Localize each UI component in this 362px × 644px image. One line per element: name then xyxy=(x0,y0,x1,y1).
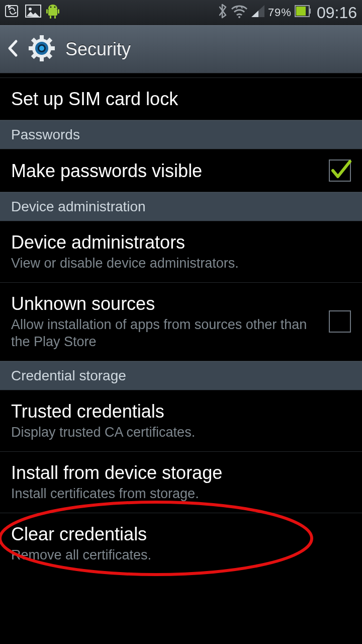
svg-rect-0 xyxy=(6,6,18,17)
status-bar: 79% 09:16 xyxy=(0,0,362,25)
item-subtitle: Allow installation of apps from sources … xyxy=(11,316,319,351)
svg-point-4 xyxy=(50,6,52,8)
item-title: Trusted credentials xyxy=(11,400,195,422)
section-header-credential-storage: Credential storage xyxy=(0,361,362,390)
item-title: Make passwords visible xyxy=(11,160,202,182)
svg-point-10 xyxy=(238,16,240,18)
gallery-icon xyxy=(25,5,41,21)
checkbox-unknown-sources[interactable] xyxy=(329,310,351,333)
checkbox-passwords-visible[interactable] xyxy=(329,159,351,182)
item-title: Device administrators xyxy=(11,231,239,253)
section-header-device-admin: Device administration xyxy=(0,192,362,221)
item-subtitle: Install certificates from storage. xyxy=(11,486,222,503)
wifi-icon xyxy=(231,4,248,22)
android-icon xyxy=(46,4,59,22)
item-install-from-storage[interactable]: Install from device storage Install cert… xyxy=(0,452,362,513)
item-title: Install from device storage xyxy=(11,462,222,484)
item-make-passwords-visible[interactable]: Make passwords visible xyxy=(0,149,362,192)
signal-icon xyxy=(251,5,265,21)
section-header-passwords: Passwords xyxy=(0,120,362,149)
item-title: Unknown sources xyxy=(11,293,319,314)
battery-percent: 79% xyxy=(268,6,292,19)
item-title: Set up SIM card lock xyxy=(11,88,178,110)
item-clear-credentials[interactable]: Clear credentials Remove all certificate… xyxy=(0,513,362,574)
svg-point-22 xyxy=(39,46,44,51)
item-trusted-credentials[interactable]: Trusted credentials Display trusted CA c… xyxy=(0,390,362,452)
svg-rect-6 xyxy=(46,9,48,14)
svg-rect-3 xyxy=(48,9,57,16)
page-title: Security xyxy=(65,39,131,60)
item-subtitle: Remove all certificates. xyxy=(11,547,151,564)
svg-rect-8 xyxy=(50,16,51,19)
svg-rect-9 xyxy=(54,16,56,19)
battery-icon xyxy=(295,5,311,21)
bluetooth-icon xyxy=(218,4,228,22)
settings-gear-icon xyxy=(28,35,55,64)
svg-point-2 xyxy=(29,8,32,11)
sync-icon xyxy=(5,4,20,22)
app-bar: Security xyxy=(0,25,362,73)
item-subtitle: View or disable device administrators. xyxy=(11,255,239,272)
svg-point-5 xyxy=(54,6,56,8)
item-unknown-sources[interactable]: Unknown sources Allow installation of ap… xyxy=(0,283,362,361)
item-title: Clear credentials xyxy=(11,523,151,545)
item-device-administrators[interactable]: Device administrators View or disable de… xyxy=(0,221,362,283)
status-clock: 09:16 xyxy=(317,4,357,22)
back-icon[interactable] xyxy=(7,40,18,59)
svg-rect-7 xyxy=(58,9,59,14)
item-sim-card-lock[interactable]: Set up SIM card lock xyxy=(0,78,362,120)
item-subtitle: Display trusted CA certificates. xyxy=(11,424,195,441)
